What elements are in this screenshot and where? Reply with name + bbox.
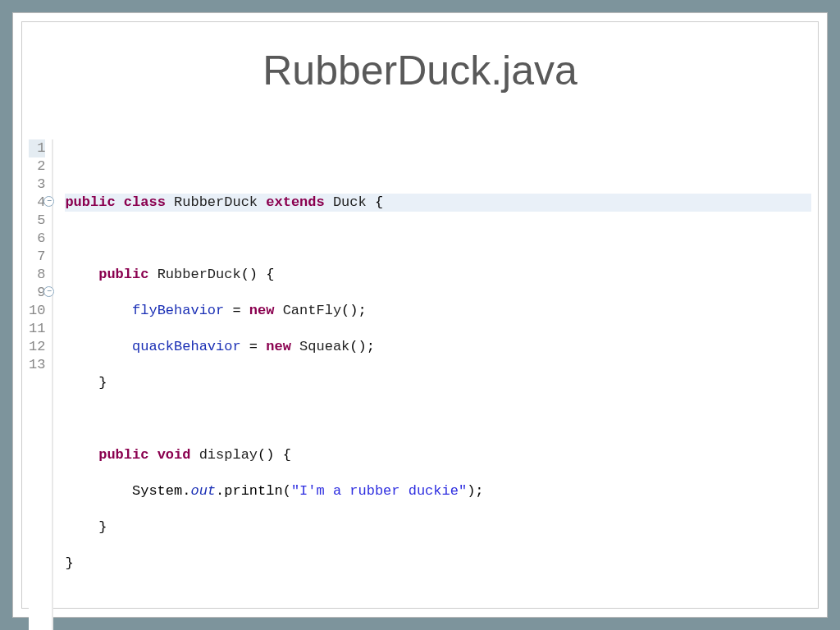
line-number: 1 [29,139,45,158]
code-line [65,158,811,176]
code-line: System.out.println("I'm a rubber duckie"… [65,482,811,500]
slide-frame: RubberDuck.java 1234−56789−10111213 publ… [12,12,828,618]
line-number: 8 [29,266,45,284]
code-line [65,230,811,248]
line-number: 4− [29,194,45,212]
code-line: quackBehavior = new Squeak(); [65,338,811,356]
code-line: } [65,374,811,392]
line-number: 9− [29,284,45,302]
code-line [65,591,811,609]
code-line: public void display() { [65,446,811,464]
code-line [65,410,811,428]
inner-frame: RubberDuck.java 1234−56789−10111213 publ… [21,21,819,609]
line-number: 6 [29,230,45,248]
line-number: 3 [29,176,45,194]
line-number: 11 [29,320,45,338]
line-number-gutter: 1234−56789−10111213 [29,139,53,630]
code-line: public RubberDuck() { [65,266,811,284]
code-line: } [65,518,811,536]
line-number: 10 [29,302,45,320]
code-editor: 1234−56789−10111213 public class RubberD… [22,139,818,630]
title-area: RubberDuck.java [22,22,818,115]
line-number: 5 [29,212,45,230]
code-line: } [65,555,811,573]
line-number: 12 [29,338,45,356]
code-line: public class RubberDuck extends Duck { [65,194,811,212]
code-content: public class RubberDuck extends Duck { p… [53,139,811,630]
line-number: 13 [29,356,45,374]
slide-title: RubberDuck.java [22,47,818,94]
line-number: 2 [29,158,45,176]
line-number: 7 [29,248,45,266]
code-line: flyBehavior = new CantFly(); [65,302,811,320]
